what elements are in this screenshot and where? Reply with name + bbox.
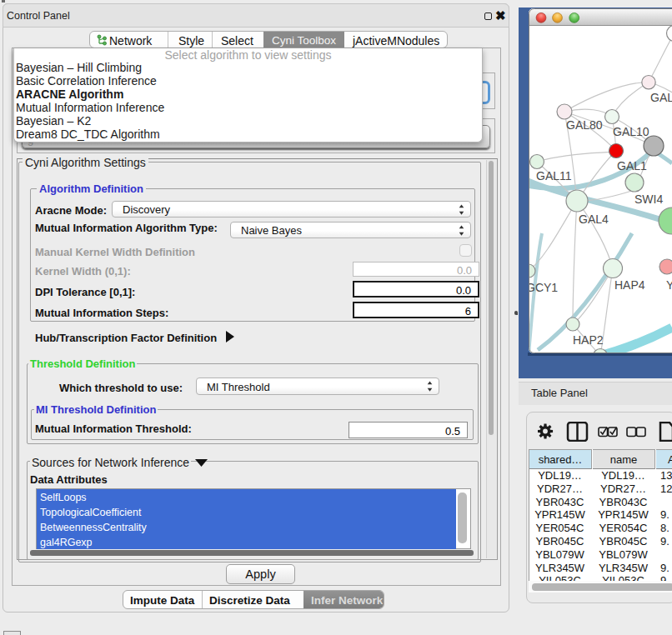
svg-text:GAL4: GAL4 <box>579 212 609 226</box>
svg-text:GAL80: GAL80 <box>566 118 603 132</box>
svg-text:GAL10: GAL10 <box>613 125 649 138</box>
svg-text:GAL11: GAL11 <box>536 169 572 182</box>
svg-text:HAP2: HAP2 <box>573 333 604 347</box>
svg-text:SWI4: SWI4 <box>634 192 663 206</box>
svg-text:GAL2: GAL2 <box>650 91 672 104</box>
svg-text:Y: Y <box>666 278 672 292</box>
svg-text:GCY1: GCY1 <box>529 281 558 294</box>
svg-text:HAP4: HAP4 <box>614 278 645 292</box>
svg-text:GAL1: GAL1 <box>617 159 647 172</box>
